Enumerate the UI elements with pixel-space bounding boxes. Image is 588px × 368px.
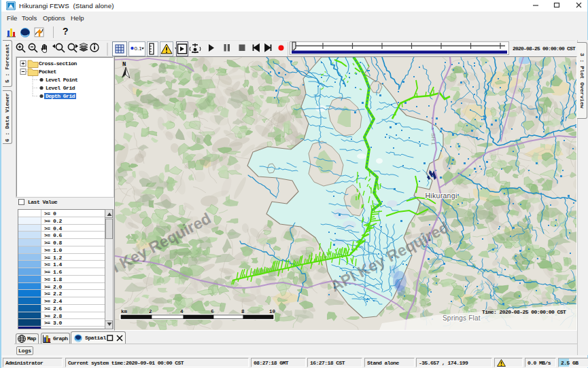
svg-text:Time: 2020-08-25 00:00:00 CST: Time: 2020-08-25 00:00:00 CST xyxy=(482,309,566,315)
svg-text:0.1: 0.1 xyxy=(135,45,143,52)
svg-text:4: 4 xyxy=(180,309,184,314)
svg-text:10: 10 xyxy=(269,309,276,314)
svg-text:N: N xyxy=(122,61,126,68)
svg-text:Springs Flat: Springs Flat xyxy=(443,314,481,322)
svg-text:8: 8 xyxy=(241,309,245,314)
svg-text:Hikurangi: Hikurangi xyxy=(425,191,457,200)
svg-text:km: km xyxy=(121,309,128,314)
svg-text:2: 2 xyxy=(149,309,152,314)
svg-text:SH 1: SH 1 xyxy=(430,133,436,145)
svg-text:6: 6 xyxy=(211,309,214,314)
